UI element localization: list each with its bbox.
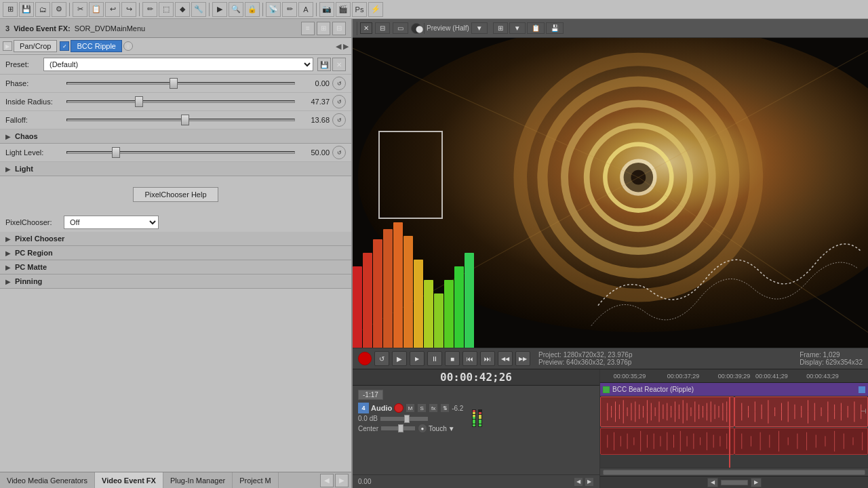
track-vol-thumb[interactable] [404,415,410,423]
track-fx-btn[interactable]: fx [429,403,438,413]
timeline-scrollbar[interactable] [600,468,868,476]
status-nav-right[interactable]: ▶ [585,477,594,487]
preset-select[interactable]: (Default) [43,58,313,71]
toolbar-icon-3[interactable]: 🗂 [35,2,50,17]
timeline-nav-left[interactable]: ◀ [707,478,718,487]
timeline-nav-right[interactable]: ▶ [751,478,762,487]
go-end-btn[interactable]: ⏭ [480,351,495,366]
preview-circle-btn[interactable]: ⬤ [411,23,422,34]
toolbar-icon-copy[interactable]: 📋 [89,2,104,17]
falloff-reset[interactable]: ↺ [332,113,346,127]
toolbar-icon-zoom[interactable]: 🔍 [229,2,243,17]
pixelchooser-help-btn[interactable]: PixelChooser Help [133,187,218,202]
preview-snap-btn[interactable]: ⊟ [375,22,390,34]
touch-indicator[interactable]: ● [418,424,427,433]
track-pan-slider[interactable] [381,426,415,430]
preview-grid-btn[interactable]: ⊞ [493,22,508,34]
touch-dropdown[interactable]: ▼ [448,425,455,432]
scrollbar-thumb[interactable] [603,470,865,475]
toolbar-icon-2[interactable]: 💾 [19,2,34,17]
toolbar-icon-undo[interactable]: ↩ [105,2,120,17]
preset-close-btn[interactable]: ✕ [332,58,346,71]
toolbar-icon-camera[interactable]: 📷 [319,2,334,17]
toolbar-icon-redo[interactable]: ↪ [121,2,136,17]
pixel-chooser-section[interactable]: ▶ Pixel Chooser [0,232,351,246]
track-mute-btn[interactable]: M [406,403,415,413]
preview-frame-btn[interactable]: ▭ [393,22,408,34]
fx-list-icon[interactable]: ≡ [301,22,315,35]
toolbar-icon-extra[interactable]: ⚡ [368,2,383,17]
light-level-slider[interactable] [66,147,295,158]
toolbar-icon-cut[interactable]: ✂ [73,2,87,17]
track-record-btn[interactable] [394,403,403,413]
record-btn[interactable] [358,352,372,365]
bottom-nav-left[interactable]: ◀ [320,474,334,487]
audio-clip-2-right[interactable] [734,428,869,455]
pause-btn[interactable]: ⏸ [427,351,442,366]
bottom-nav-right[interactable]: ▶ [335,474,349,487]
preset-save-btn[interactable]: 💾 [317,58,331,71]
tab-left-arrow[interactable]: ◀ [336,42,341,51]
tab-video-event-fx[interactable]: Video Event FX [95,472,163,488]
toolbar-icon-ps[interactable]: Ps [352,2,367,17]
toolbar-icon-media[interactable]: 📡 [266,2,281,17]
tab-pan-crop[interactable]: Pan/Crop [14,40,57,52]
falloff-slider[interactable] [66,115,295,125]
preview-settings-btn[interactable]: ▼ [509,22,526,34]
stop-btn[interactable]: ■ [445,351,460,366]
prev-frame-btn[interactable]: ◀◀ [498,351,513,366]
track-vol-slider[interactable] [380,417,428,421]
tab-video-media[interactable]: Video Media Generators [0,472,95,488]
preview-dropdown-btn[interactable]: ▼ [471,22,488,34]
fx-grid-icon[interactable]: ⊞ [317,22,330,35]
bcc-check[interactable]: ✓ [60,41,69,51]
toolbar-icon-play[interactable]: ▶ [212,2,227,17]
fx-tile-icon[interactable]: ⊟ [332,22,346,35]
inside-radius-slider[interactable] [66,96,295,107]
preview-save-btn[interactable]: 💾 [546,22,564,34]
phase-slider[interactable] [66,78,295,89]
falloff-thumb[interactable] [181,115,189,125]
light-level-thumb[interactable] [112,147,120,158]
toolbar-icon-1[interactable]: ⊞ [3,2,18,17]
timeline-nav-bar[interactable] [721,480,748,485]
pc-region-section[interactable]: ▶ PC Region [0,246,351,260]
audio-clip-right[interactable]: ⊣ [734,396,869,427]
inside-radius-reset[interactable]: ↺ [332,95,346,108]
track-extra-1[interactable]: ⇅ [440,403,450,413]
toolbar-icon-select[interactable]: ⬚ [159,2,174,17]
play-btn[interactable]: ▶ [392,351,407,366]
preview-close-btn[interactable]: ✕ [360,22,372,34]
toolbar-icon-lock[interactable]: 🔒 [245,2,260,17]
toolbar-icon-text[interactable]: A [298,2,313,17]
pc-matte-section[interactable]: ▶ PC Matte [0,260,351,274]
light-section[interactable]: ▶ Light [0,162,351,176]
preview-copy-btn[interactable]: 📋 [527,22,545,34]
audio-clip-left[interactable] [600,396,734,427]
tab-project-m[interactable]: Project M [233,472,278,488]
next-frame-btn[interactable]: ▶▶ [515,351,530,366]
toolbar-icon-diamond[interactable]: ◆ [175,2,190,17]
play-small-btn[interactable]: ▶ [410,351,425,366]
tab-plugin-manager[interactable]: Plug-In Manager [163,472,233,488]
pixelchooser-select[interactable]: Off On [64,216,159,229]
toolbar-icon-tools[interactable]: 🔧 [191,2,206,17]
tab-right-arrow[interactable]: ▶ [343,42,349,51]
chaos-section[interactable]: ▶ Chaos [0,129,351,144]
toolbar-icon-video[interactable]: 🎬 [336,2,351,17]
track-solo-btn[interactable]: S [417,403,427,413]
light-level-reset[interactable]: ↺ [332,146,346,159]
loop-btn[interactable]: ↺ [374,351,389,366]
toolbar-icon-4[interactable]: ⚙ [52,2,66,17]
track-pan-thumb[interactable] [398,424,403,432]
pan-crop-arrow[interactable]: ▶ [3,41,12,51]
audio-clip-2-left[interactable] [600,428,734,455]
phase-reset[interactable]: ↺ [332,77,346,90]
tab-bcc-ripple[interactable]: BCC Ripple [71,40,121,52]
toolbar-icon-edit[interactable]: ✏ [282,2,297,17]
inside-radius-thumb[interactable] [135,96,143,107]
toolbar-icon-pen[interactable]: ✏ [142,2,157,17]
status-nav-left[interactable]: ◀ [574,477,583,487]
phase-thumb[interactable] [170,78,178,89]
go-start-btn[interactable]: ⏮ [462,351,477,366]
